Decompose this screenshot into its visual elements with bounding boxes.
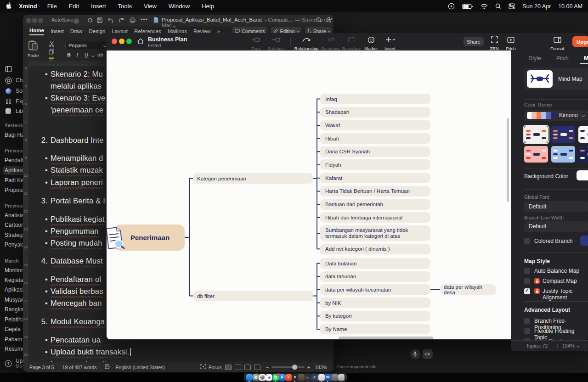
subtopic[interactable]: Bantuan dari pemerintah bbox=[320, 199, 430, 210]
subtopic[interactable]: Dana CSR Syariah bbox=[320, 146, 430, 157]
control-center-icon[interactable] bbox=[509, 3, 515, 9]
justify-alignment-checkbox[interactable] bbox=[524, 288, 530, 294]
dock-notes-icon[interactable] bbox=[298, 374, 305, 381]
tab-design[interactable]: Design bbox=[89, 28, 106, 34]
subtopic[interactable]: Fidyah bbox=[320, 159, 430, 170]
italic-button[interactable]: I bbox=[76, 52, 78, 57]
zoom-dropdown-chevron[interactable] bbox=[577, 344, 580, 348]
color-theme-select[interactable]: Kimono bbox=[524, 110, 588, 121]
subtopic[interactable]: By kategori bbox=[320, 311, 430, 321]
apple-menu-icon[interactable] bbox=[6, 2, 11, 11]
spotlight-search-icon[interactable] bbox=[495, 3, 501, 9]
menu-file[interactable]: File bbox=[47, 3, 57, 10]
share-person-icon[interactable] bbox=[326, 17, 333, 25]
flexible-floating-topic-checkbox[interactable] bbox=[524, 328, 530, 334]
menu-tools[interactable]: Tools bbox=[118, 3, 132, 10]
subtopic[interactable]: Add net kategori ( dinamis ) bbox=[320, 244, 430, 254]
dock-finder-icon[interactable] bbox=[246, 374, 253, 381]
bold-button[interactable]: B bbox=[67, 52, 71, 57]
subtopic[interactable]: Shadaqah bbox=[320, 107, 430, 118]
dock-app-icon[interactable] bbox=[311, 374, 317, 381]
zoom-out-button[interactable]: − bbox=[266, 365, 269, 370]
dock-terminal-icon[interactable] bbox=[305, 374, 311, 381]
subtopic[interactable]: Hibah dari lembaga internasional bbox=[320, 212, 430, 223]
paste-button[interactable]: Paste bbox=[28, 40, 39, 58]
branch-color-swatch[interactable] bbox=[580, 236, 588, 246]
web-layout-view-icon[interactable] bbox=[235, 365, 241, 370]
dock-word-icon[interactable] bbox=[325, 374, 331, 381]
voice-mode-button[interactable] bbox=[423, 349, 433, 359]
subtopic[interactable]: Harta Tidak Bertuan / Harta Temuan bbox=[320, 186, 430, 197]
dock-trash-icon[interactable] bbox=[338, 374, 345, 381]
language-indicator[interactable]: English (United States) bbox=[115, 365, 164, 370]
tab-map[interactable]: Map bbox=[584, 55, 588, 62]
insert-tool[interactable]: Insert bbox=[378, 36, 402, 52]
undo-icon[interactable] bbox=[107, 17, 114, 25]
media-play-icon[interactable] bbox=[448, 3, 455, 10]
menu-insert[interactable]: Insert bbox=[91, 3, 106, 10]
close-button[interactable] bbox=[112, 39, 117, 44]
word-count[interactable]: 19 of 487 words bbox=[62, 365, 97, 370]
branch-topic[interactable]: Kategori penerimaan bbox=[193, 173, 313, 184]
menu-edit[interactable]: Edit bbox=[69, 3, 79, 10]
strikethrough-button[interactable]: ab bbox=[97, 52, 103, 57]
font-name-select[interactable]: Poppins bbox=[65, 41, 109, 50]
format-panel-tool[interactable]: Format bbox=[546, 36, 569, 52]
subtopic[interactable]: data tahunan bbox=[320, 271, 430, 282]
draft-view-icon[interactable] bbox=[254, 365, 260, 370]
print-icon[interactable] bbox=[130, 17, 136, 25]
minimize-button[interactable] bbox=[32, 18, 37, 23]
zoom-in-button[interactable]: + bbox=[307, 365, 310, 370]
theme-thumbnail[interactable] bbox=[524, 146, 548, 163]
vertical-ruler[interactable]: 4567891011121314151617181920 bbox=[23, 66, 28, 362]
horizontal-scrollbar[interactable] bbox=[339, 337, 433, 339]
underline-button[interactable]: U bbox=[85, 52, 88, 57]
subtopic[interactable]: Wakaf bbox=[320, 120, 430, 130]
menubar-date[interactable]: Sun 20 Apr bbox=[522, 3, 551, 10]
canvas-zoom-level[interactable]: 104% bbox=[562, 343, 575, 348]
dock-photos-icon[interactable] bbox=[259, 374, 266, 381]
page-indicator[interactable]: Page 3 of 5 bbox=[29, 365, 54, 370]
dictation-mic-button[interactable] bbox=[410, 349, 420, 359]
pitch-tool[interactable]: Pitch bbox=[502, 36, 520, 52]
spellcheck-icon[interactable] bbox=[105, 364, 111, 370]
dock-appstore-icon[interactable] bbox=[279, 374, 285, 381]
subtopic[interactable]: Infaq bbox=[320, 94, 430, 104]
auto-balance-checkbox[interactable] bbox=[524, 268, 530, 274]
structure-card[interactable]: Mind Map bbox=[524, 68, 588, 90]
theme-thumbnail[interactable] bbox=[578, 126, 588, 143]
subtopic[interactable]: By Name bbox=[320, 324, 430, 334]
menu-app-name[interactable]: Xmind bbox=[19, 3, 37, 10]
theme-thumbnail[interactable] bbox=[551, 146, 575, 163]
zoom-percent[interactable]: 183% bbox=[315, 365, 327, 370]
relationship-tool[interactable]: Relationship bbox=[293, 36, 320, 52]
share-button[interactable]: Share bbox=[464, 37, 484, 46]
subtopic-tool[interactable]: Subtopic bbox=[264, 36, 288, 52]
save-icon[interactable] bbox=[97, 17, 102, 25]
close-button[interactable] bbox=[26, 18, 31, 23]
outline-view-icon[interactable] bbox=[244, 365, 251, 370]
battery-icon[interactable] bbox=[462, 4, 473, 9]
minimize-button[interactable] bbox=[119, 39, 124, 44]
home-icon[interactable] bbox=[87, 17, 93, 25]
zoom-button[interactable] bbox=[38, 18, 43, 23]
theme-thumbnail-selected[interactable] bbox=[524, 126, 548, 143]
vertical-scrollbar[interactable] bbox=[507, 118, 509, 202]
underline-dropdown[interactable] bbox=[91, 54, 95, 57]
dock-chrome-icon[interactable] bbox=[266, 374, 272, 381]
menu-help[interactable]: Help bbox=[202, 3, 214, 10]
redo-icon[interactable] bbox=[119, 17, 124, 25]
dock-downloads-icon[interactable] bbox=[332, 374, 338, 381]
mindmap-canvas[interactable]: Penerimaan Kategori penerimaan db filter… bbox=[107, 51, 511, 339]
focus-label[interactable]: Focus bbox=[209, 365, 222, 370]
zen-mode-tool[interactable]: ZEN bbox=[485, 36, 503, 52]
autosave-toggle[interactable] bbox=[74, 18, 79, 24]
home-icon[interactable] bbox=[137, 38, 144, 47]
tab-draw[interactable]: Draw bbox=[70, 28, 83, 34]
dock-launcher-icon[interactable] bbox=[285, 374, 292, 381]
global-font-select[interactable]: Default bbox=[524, 201, 588, 212]
print-layout-view-icon[interactable] bbox=[225, 365, 232, 370]
theme-thumbnail[interactable] bbox=[578, 146, 588, 163]
menu-view[interactable]: View bbox=[144, 3, 157, 10]
dock-pages-icon[interactable] bbox=[318, 374, 325, 381]
